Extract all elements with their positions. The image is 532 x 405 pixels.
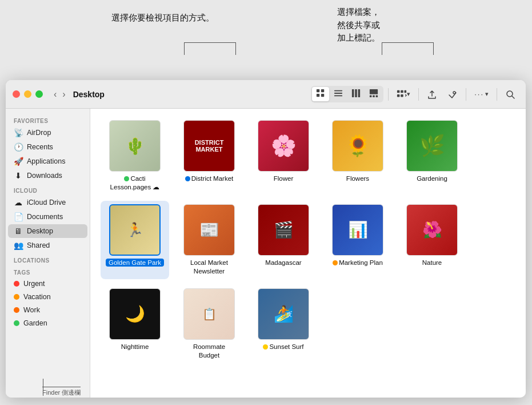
tag-button[interactable] [444, 87, 461, 102]
sidebar-item-label-airdrop: AirDrop [27, 129, 51, 137]
file-item-flower[interactable]: 🌸 Flower [249, 117, 318, 195]
sidebar-item-label-garden: Garden [23, 319, 47, 327]
view-mode-group [311, 86, 383, 102]
sidebar-item-label-desktop: Desktop [27, 227, 53, 235]
left-bracket-h [184, 42, 235, 43]
locations-label: Locations [6, 253, 90, 265]
svg-rect-17 [397, 94, 400, 97]
sidebar-item-documents[interactable]: 📄 Documents [8, 210, 87, 224]
left-bracket-right [235, 42, 236, 55]
view-icon-btn[interactable] [312, 87, 329, 101]
sidebar-item-label-applications: Applications [27, 157, 65, 165]
svg-rect-5 [334, 93, 342, 94]
view-gallery-btn[interactable] [365, 87, 382, 101]
file-item-marketing[interactable]: 📊 Marketing Plan [323, 201, 392, 279]
file-item-district-market[interactable]: DISTRICTMARKET District Market [175, 117, 243, 195]
window-body: Favorites 📡 AirDrop 🕐 Recents 🚀 Applicat… [6, 109, 526, 398]
share-button[interactable] [423, 87, 441, 102]
garden-dot [14, 320, 19, 326]
thumb-golden-gate: 🏃 [109, 204, 161, 256]
file-label-marketing: Marketing Plan [333, 259, 383, 267]
sidebar-item-icloud-drive[interactable]: ☁ iCloud Drive [8, 196, 87, 209]
file-label-sunset: Sunset Surf [263, 343, 303, 351]
sidebar-item-applications[interactable]: 🚀 Applications [8, 154, 87, 168]
sidebar-item-downloads[interactable]: ⬇ Downloads [8, 169, 87, 182]
file-item-sunset[interactable]: 🏄 Sunset Surf [249, 285, 318, 363]
file-grid: 🌵 CactiLesson.pages ☁ DISTRICTMARKET Dis… [101, 117, 515, 363]
divider3 [466, 88, 466, 101]
file-label-golden-gate: Golden Gate Park [106, 259, 164, 267]
sidebar-item-label-shared: Shared [27, 241, 50, 249]
sidebar-item-recents[interactable]: 🕐 Recents [8, 140, 87, 154]
maximize-button[interactable] [35, 90, 43, 98]
sidebar-item-vacation[interactable]: Vacation [8, 291, 87, 303]
file-item-local-market[interactable]: 📰 Local MarketNewsletter [175, 201, 243, 279]
district-dot [185, 176, 190, 181]
forward-button[interactable]: › [59, 88, 68, 101]
sidebar-item-label-work: Work [23, 306, 40, 314]
file-item-roommate[interactable]: 📋 RoommateBudget [175, 285, 243, 363]
sidebar-item-urgent[interactable]: Urgent [8, 277, 87, 290]
right-bracket-left [382, 42, 382, 55]
divider4 [497, 88, 497, 101]
sidebar: Favorites 📡 AirDrop 🕐 Recents 🚀 Applicat… [6, 109, 90, 398]
file-item-flowers[interactable]: 🌻 Flowers [323, 117, 392, 195]
file-label-gardening: Gardening [417, 174, 447, 183]
file-label-flower: Flower [274, 174, 294, 183]
sunset-dot [263, 344, 268, 350]
group-button[interactable]: ▾ [393, 87, 414, 102]
downloads-icon: ⬇ [14, 171, 23, 180]
titlebar: ‹ › Desktop ▾ [6, 80, 526, 109]
minimize-button[interactable] [24, 90, 31, 98]
sidebar-item-shared[interactable]: 👥 Shared [8, 239, 87, 252]
file-item-nature[interactable]: 🌺 Nature [398, 201, 466, 279]
sidebar-item-airdrop[interactable]: 📡 AirDrop [8, 126, 87, 140]
file-item-golden-gate[interactable]: 🏃 Golden Gate Park [101, 201, 169, 279]
thumb-local-market: 📰 [183, 204, 235, 256]
left-callout-text: 選擇你要檢視項目的方式。 [111, 11, 214, 25]
svg-rect-16 [405, 90, 407, 93]
sidebar-item-desktop[interactable]: 🖥 Desktop [8, 224, 87, 238]
svg-rect-7 [352, 89, 354, 97]
thumb-district-market: DISTRICTMARKET [183, 120, 235, 172]
file-item-nighttime[interactable]: 🌙 Nighttime [101, 285, 169, 363]
thumb-flower: 🌸 [258, 120, 309, 172]
search-button[interactable] [502, 87, 519, 102]
shared-icon: 👥 [14, 241, 23, 250]
file-item-gardening[interactable]: 🌿 Gardening [398, 117, 466, 195]
annotation-overlay: 選擇你要檢視項目的方式。 選擇檔案， 然後共享或 加上標記。 [0, 0, 532, 83]
icloud-drive-icon: ☁ [14, 198, 23, 207]
svg-rect-3 [321, 94, 324, 97]
file-item-cacti[interactable]: 🌵 CactiLesson.pages ☁ [101, 117, 169, 195]
svg-rect-0 [317, 89, 319, 92]
svg-rect-6 [334, 96, 342, 97]
file-label-local-market: Local MarketNewsletter [190, 259, 228, 276]
location-title: Desktop [73, 90, 311, 99]
sidebar-item-work[interactable]: Work [8, 304, 87, 316]
sidebar-item-garden[interactable]: Garden [8, 317, 87, 329]
more-button[interactable]: ··· ▾ [471, 88, 492, 101]
applications-icon: 🚀 [14, 157, 23, 166]
svg-point-19 [453, 92, 455, 94]
file-item-madagascar[interactable]: 🎬 Madagascar [249, 201, 318, 279]
view-column-btn[interactable] [347, 87, 365, 101]
svg-rect-4 [334, 90, 342, 92]
icloud-label: iCloud [6, 183, 90, 195]
close-button[interactable] [13, 90, 20, 98]
sidebar-item-label-documents: Documents [27, 213, 63, 221]
svg-rect-1 [321, 89, 324, 92]
sidebar-item-label-downloads: Downloads [27, 172, 62, 180]
svg-rect-9 [358, 89, 361, 97]
thumb-nature: 🌺 [406, 204, 458, 256]
traffic-lights [13, 90, 43, 98]
back-button[interactable]: ‹ [51, 88, 59, 101]
bottom-label-container: Finder 側邊欄 [8, 387, 81, 397]
view-list-btn[interactable] [330, 87, 347, 101]
favorites-label: Favorites [6, 113, 90, 125]
file-label-madagascar: Madagascar [265, 259, 301, 267]
svg-rect-15 [401, 90, 403, 93]
svg-rect-8 [355, 89, 357, 97]
finder-window: ‹ › Desktop ▾ [6, 80, 526, 398]
sidebar-item-label-vacation: Vacation [23, 293, 51, 301]
svg-rect-18 [401, 94, 403, 97]
